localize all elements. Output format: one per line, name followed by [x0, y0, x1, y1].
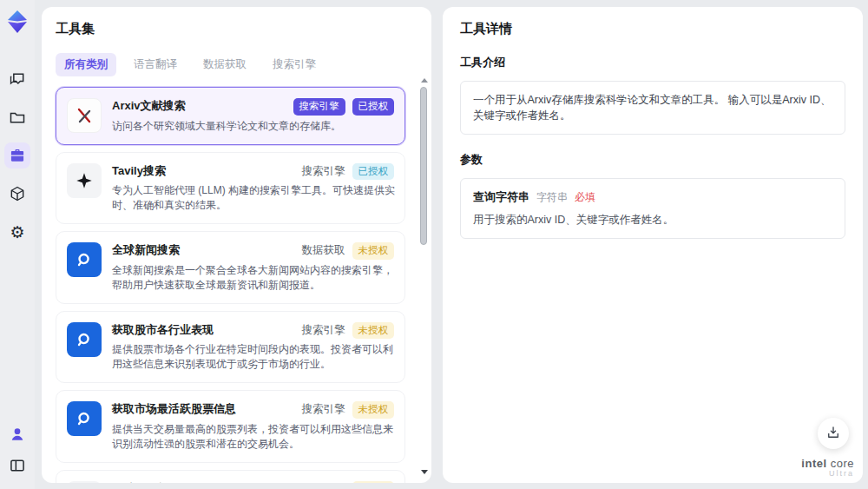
intel-core-logo: intel core Ultra	[801, 458, 854, 479]
scroll-down-icon[interactable]	[421, 470, 428, 474]
tavily-star-icon	[67, 163, 102, 198]
category-label: 搜索引擎	[302, 482, 345, 483]
tool-name: Tavily搜索	[112, 163, 166, 179]
tab-search-engine[interactable]: 搜索引擎	[264, 53, 325, 76]
intro-heading: 工具介绍	[460, 55, 845, 70]
tool-details-panel: 工具详情 工具介绍 一个用于从Arxiv存储库搜索科学论文和文章的工具。 输入可…	[443, 7, 863, 483]
arxiv-logo-icon	[67, 98, 102, 133]
param-description: 用于搜索的Arxiv ID、关键字或作者姓名。	[473, 212, 832, 228]
stock-search-icon	[67, 322, 102, 357]
sidebar: ⚙	[0, 0, 35, 489]
sidebar-item-settings[interactable]: ⚙	[4, 219, 30, 245]
auth-status-badge: 未授权	[352, 481, 395, 484]
auth-status-badge: 已授权	[352, 98, 395, 116]
tab-data-acquisition[interactable]: 数据获取	[194, 53, 255, 76]
auth-status-badge: 未授权	[352, 401, 395, 419]
sidebar-item-files[interactable]	[4, 104, 30, 130]
tool-description: 全球新闻搜索是一个聚合全球各大新闻网站内容的搜索引擎，帮助用户快速获取全球最新资…	[112, 263, 398, 293]
gear-icon: ⚙	[10, 224, 24, 241]
page-title: 工具集	[56, 21, 418, 37]
download-icon	[825, 425, 841, 443]
category-label: 搜索引擎	[302, 164, 345, 179]
tool-card-global-news[interactable]: 全球新闻搜索 数据获取 未授权 全球新闻搜索是一个聚合全球各大新闻网站内容的搜索…	[56, 231, 405, 304]
category-label: 数据获取	[302, 243, 345, 258]
ultra-logo-text: Ultra	[801, 470, 854, 479]
tool-name: 万维地区新闻查询	[112, 481, 202, 484]
tool-card-arxiv[interactable]: Arxiv文献搜索 搜索引擎 已授权 访问各个研究领域大量科学论文和文章的存储库…	[56, 87, 405, 145]
tool-card-active-stocks[interactable]: 获取市场最活跃股票信息 搜索引擎 未授权 提供当天交易量最高的股票列表，投资者可…	[56, 390, 405, 463]
folder-icon	[9, 109, 26, 126]
scrollbar[interactable]	[419, 78, 428, 474]
sidebar-item-collapse[interactable]	[4, 453, 30, 479]
auth-status-badge: 未授权	[352, 322, 395, 340]
cube-icon	[9, 185, 26, 202]
tool-card-tavily[interactable]: Tavily搜索 搜索引擎 已授权 专为人工智能代理 (LLM) 构建的搜索引擎…	[56, 152, 405, 225]
app-logo-icon[interactable]	[4, 9, 30, 35]
scrollbar-thumb[interactable]	[420, 87, 427, 245]
tool-name: 获取股市各行业表现	[112, 322, 214, 338]
param-required-flag: 必填	[575, 189, 595, 205]
core-logo-text: core	[831, 457, 854, 470]
param-box: 查询字符串 字符串 必填 用于搜索的Arxiv ID、关键字或作者姓名。	[460, 178, 845, 239]
tool-description: 访问各个研究领域大量科学论文和文章的存储库。	[112, 119, 398, 134]
tool-name: Arxiv文献搜索	[112, 98, 186, 114]
auth-status-badge: 未授权	[352, 242, 395, 260]
tool-description: 专为人工智能代理 (LLM) 构建的搜索引擎工具。可快速提供实时、准确和真实的结…	[112, 183, 398, 213]
toolbox-icon	[9, 147, 26, 164]
intel-logo-text: intel	[801, 457, 826, 470]
param-name: 查询字符串	[473, 189, 529, 205]
user-icon	[9, 426, 26, 443]
params-heading: 参数	[460, 152, 845, 168]
details-title: 工具详情	[460, 21, 845, 37]
building-icon	[67, 481, 102, 484]
category-label: 搜索引擎	[302, 402, 345, 417]
category-badge: 搜索引擎	[293, 98, 345, 116]
download-button[interactable]	[818, 418, 849, 449]
sidebar-item-models[interactable]	[4, 181, 30, 207]
tool-name: 获取市场最活跃股票信息	[112, 401, 236, 417]
sidebar-item-account[interactable]	[4, 421, 30, 447]
intro-text: 一个用于从Arxiv存储库搜索科学论文和文章的工具。 输入可以是Arxiv ID…	[473, 94, 832, 122]
sidebar-item-chat[interactable]	[4, 66, 30, 92]
tab-all-categories[interactable]: 所有类别	[56, 53, 116, 76]
intro-box: 一个用于从Arxiv存储库搜索科学论文和文章的工具。 输入可以是Arxiv ID…	[460, 81, 845, 135]
tab-language-translation[interactable]: 语言翻译	[125, 53, 186, 76]
param-type: 字符串	[536, 189, 568, 205]
auth-status-badge: 已授权	[352, 163, 395, 181]
category-label: 搜索引擎	[302, 323, 345, 338]
scroll-up-icon[interactable]	[421, 78, 428, 83]
tool-description: 提供股票市场各个行业在特定时间段内的表现。投资者可以利用这些信息来识别表现优于或…	[112, 342, 398, 372]
tool-list: Arxiv文献搜索 搜索引擎 已授权 访问各个研究领域大量科学论文和文章的存储库…	[56, 87, 418, 483]
tool-name: 全球新闻搜索	[112, 242, 180, 258]
toolset-panel: 工具集 所有类别 语言翻译 数据获取 搜索引擎 Arxiv文献搜索 搜索引擎 已…	[42, 7, 431, 483]
tool-card-sector-performance[interactable]: 获取股市各行业表现 搜索引擎 未授权 提供股票市场各个行业在特定时间段内的表现。…	[56, 311, 405, 384]
stock-search-icon	[67, 401, 102, 436]
panel-toggle-icon	[9, 457, 26, 474]
category-tabs: 所有类别 语言翻译 数据获取 搜索引擎	[56, 53, 418, 76]
chat-icon	[9, 70, 26, 88]
tool-description: 提供当天交易量最高的股票列表，投资者可以利用这些信息来识别流动性强的股票和潜在的…	[112, 422, 398, 452]
news-search-icon	[67, 242, 102, 277]
tool-card-regional-news[interactable]: 万维地区新闻查询 搜索引擎 未授权 查询具体行政区划内的新闻，快速了解各地新闻动	[56, 470, 405, 484]
sidebar-item-toolbox[interactable]	[4, 142, 30, 169]
